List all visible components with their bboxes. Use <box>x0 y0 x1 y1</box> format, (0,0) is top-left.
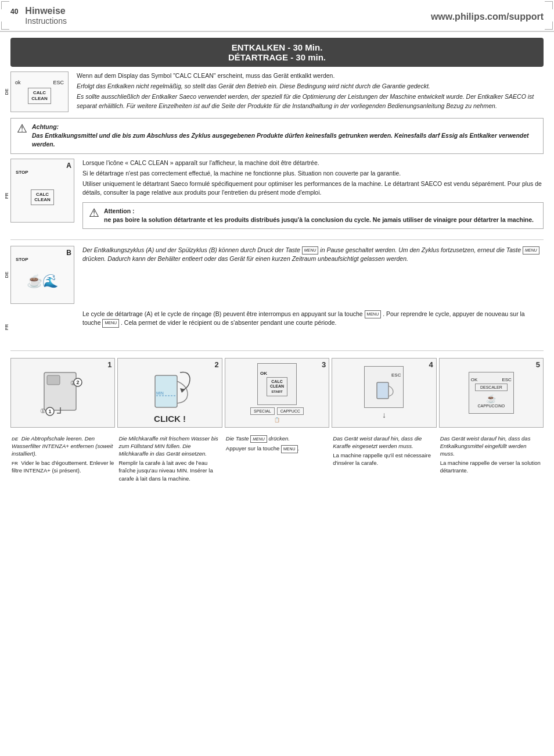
flag-de-intro: DE <box>4 88 9 95</box>
caption-4: Das Gerät weist darauf hin, dass die Kar… <box>332 432 436 486</box>
flag-fr-c1: FR <box>12 460 18 467</box>
step-5-box: 5 OKESC DESCALER ☕ CAPPUCCINO <box>439 358 544 428</box>
lcd-display-b: B STOP ☕🌊 <box>10 246 74 304</box>
caption-5: Das Gerät weist darauf hin, dass das Ent… <box>439 432 544 486</box>
step-4-arrow: ↓ <box>382 410 386 420</box>
caption-5-fr: La machine rappelle de verser la solutio… <box>440 459 542 474</box>
captions-row: DE Die Abtropfschale leeren. Den Wasserf… <box>10 432 544 486</box>
step-4-box: 4 ESC ↓ <box>332 358 436 428</box>
svg-rect-1 <box>47 375 60 385</box>
svg-rect-12 <box>377 382 388 399</box>
caption-2-fr: Remplir la carafe à lait avec de l'eau f… <box>118 459 221 482</box>
warning-de-text: Achtung: Das Entkalkungsmittel und die b… <box>32 123 537 149</box>
step-4-lcd: ESC <box>364 366 404 408</box>
warning-icon-de: ⚠ <box>17 123 27 134</box>
caption-4-de: Das Gerät weist darauf hin, dass die Kar… <box>333 435 435 450</box>
caption-1: DE Die Abtropfschale leeren. Den Wasserf… <box>10 432 115 486</box>
flag-fr-b: FR <box>4 324 9 331</box>
step-5-image: OKESC DESCALER ☕ CAPPUCCINO <box>440 359 543 427</box>
b-section-text: Der Entkalkungszyklus (A) und der Spülzy… <box>82 246 544 304</box>
caption-2: Die Milchkaraffe mit frischem Wasser bis… <box>117 432 222 486</box>
caption-1-fr: FR Vider le bac d'égouttement. Enlever l… <box>12 459 114 474</box>
flag-de-c1: DE <box>12 436 18 442</box>
svg-text:2: 2 <box>76 379 79 385</box>
fr-intro-p2: Si le détartrage n'est pas correctement … <box>82 169 544 178</box>
step-1-svg: ① ② 1 2 <box>38 368 88 417</box>
lcd-esc-label: ESC <box>53 80 64 85</box>
step-3-memo-icon: 📋 <box>274 417 280 422</box>
step-5-lcd: OKESC DESCALER ☕ CAPPUCCINO <box>469 372 514 414</box>
warning-icon-fr: ⚠ <box>89 207 99 218</box>
warning-de-title: Achtung: <box>32 123 59 130</box>
step-1-image: ① ② 1 2 <box>11 359 114 427</box>
caption-4-fr: La machine rappelle qu'il est nécessaire… <box>333 452 435 467</box>
svg-text:MIN: MIN <box>156 391 164 395</box>
b-section-fr-text: Le cycle de détartrage (A) et le cycle d… <box>82 310 544 345</box>
fr-intro-p3: Utiliser uniquement le détartrant Saeco … <box>82 180 544 197</box>
flag-de-b: DE <box>4 271 9 278</box>
label-b: B <box>66 249 71 257</box>
page-number: 40 <box>10 8 18 16</box>
steps-row: 1 ① ② 1 2 <box>10 358 544 428</box>
header-url: www.philips.com/support <box>431 12 544 22</box>
de-intro-text: Wenn auf dem Display das Symbol "CALC CL… <box>77 71 544 112</box>
section-title-bar: ENTKALKEN - 30 Min. DÉTARTRAGE - 30 min. <box>10 38 544 67</box>
header-title: Hinweise <box>25 6 67 16</box>
de-intro-p1: Wenn auf dem Display das Symbol "CALC CL… <box>77 71 544 80</box>
warning-fr-body: ne pas boire la solution détartrante et … <box>104 216 534 223</box>
step-2-box: 2 MIN CLICK ! <box>117 358 222 428</box>
step-3-image: OK CALCCLEANSTART SPECIAL CAPPUCC 📋 <box>225 359 329 427</box>
warning-fr-text: Attention : ne pas boire la solution dét… <box>104 207 534 224</box>
warning-fr-title: Attention : <box>104 207 135 214</box>
warning-fr-box: ⚠ Attention : ne pas boire la solution d… <box>82 202 544 229</box>
caption-3: Die Taste MENU drücken. Appuyer sur la t… <box>225 432 329 486</box>
step-2-svg: MIN <box>148 370 192 416</box>
warning-de-body: Das Entkalkungsmittel und die bis zum Ab… <box>32 132 529 148</box>
step-4-carafe-svg <box>374 378 394 401</box>
b-fr-text: Le cycle de détartrage (A) et le cycle d… <box>82 310 544 328</box>
label-a: A <box>66 162 71 170</box>
lcd-display-fr-a: A STOP CALCCLEAN <box>10 159 74 223</box>
step-3-lcd: OK CALCCLEANSTART <box>257 363 297 405</box>
fr-intro-text: Lorsque l'icône « CALC CLEAN » apparaît … <box>82 159 544 234</box>
svg-text:1: 1 <box>48 409 51 414</box>
warning-de-box: ⚠ Achtung: Das Entkalkungsmittel und die… <box>10 118 544 154</box>
lcd-display-de: ok ESC CALCCLEAN <box>10 71 69 112</box>
lcd-ok-label: ok <box>15 80 21 85</box>
caption-3-fr: Appuyer sur la touche MENU. <box>226 445 328 453</box>
section-title-line1: ENTKALKEN - 30 Min. <box>16 42 538 52</box>
flag-fr-intro: FR <box>4 193 9 199</box>
step-1-box: 1 ① ② 1 2 <box>10 358 115 428</box>
header-subtitle: Instructions <box>25 16 67 26</box>
lcd-stop-label: STOP <box>16 170 71 175</box>
lcd-b-stop: STOP <box>16 257 71 262</box>
section-title-line2: DÉTARTRAGE - 30 min. <box>16 52 538 62</box>
calc-clean-icon-fr: CALCCLEAN <box>31 189 54 205</box>
step-3-box: 3 OK CALCCLEANSTART SPECIAL CAPPUCC 📋 <box>225 358 329 428</box>
caption-1-de: DE Die Abtropfschale leeren. Den Wasserf… <box>12 435 114 457</box>
calc-clean-icon: CALCCLEAN <box>28 88 51 103</box>
caption-3-de: Die Taste MENU drücken. <box>226 435 328 443</box>
svg-text:①: ① <box>40 407 46 414</box>
de-intro-p3: Es sollte ausschließlich der Entkalker S… <box>77 92 544 110</box>
fr-intro-p1: Lorsque l'icône « CALC CLEAN » apparaît … <box>82 159 544 167</box>
caption-5-de: Das Gerät weist darauf hin, dass das Ent… <box>440 435 542 457</box>
click-label: CLICK ! <box>154 414 186 424</box>
step-4-image: ESC ↓ <box>332 359 436 427</box>
de-intro-p2: Erfolgt das Entkalken nicht regelmäßig, … <box>77 82 544 91</box>
b-de-text: Der Entkalkungszyklus (A) und der Spülzy… <box>82 246 544 264</box>
step-3-controls: SPECIAL CAPPUCC <box>250 407 304 415</box>
caption-2-de: Die Milchkaraffe mit frischem Wasser bis… <box>118 435 221 457</box>
